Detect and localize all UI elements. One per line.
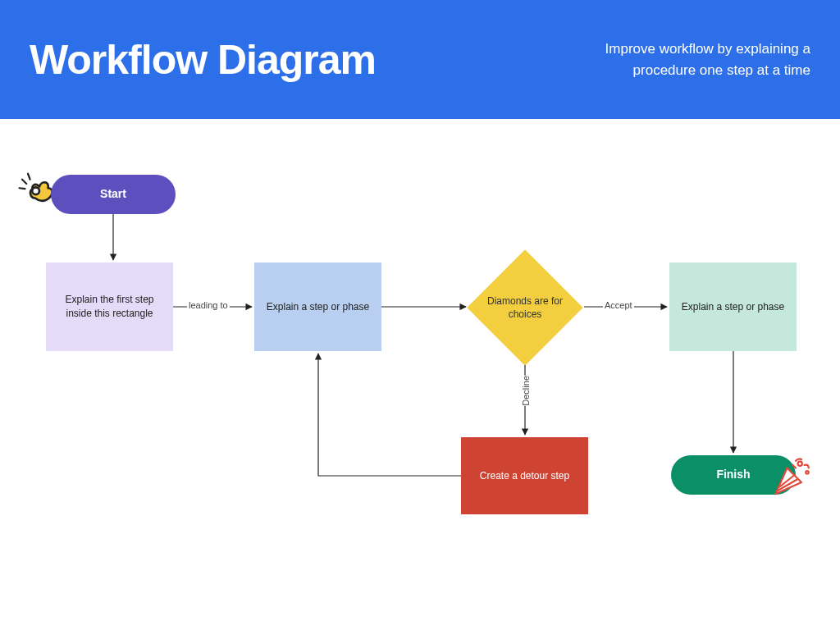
detour-label: Create a detour step bbox=[480, 469, 569, 483]
party-popper-icon bbox=[767, 454, 813, 500]
svg-line-6 bbox=[793, 465, 797, 468]
page-subtitle: Improve workflow by explaining a procedu… bbox=[540, 39, 810, 80]
header: Workflow Diagram Improve workflow by exp… bbox=[0, 0, 840, 119]
svg-line-1 bbox=[22, 180, 26, 184]
start-label: Start bbox=[100, 186, 126, 203]
detour-node: Create a detour step bbox=[461, 437, 588, 514]
step-1-label: Explain the first step inside this recta… bbox=[52, 293, 167, 321]
step-1-node: Explain the first step inside this recta… bbox=[46, 262, 173, 351]
decision-label: Diamonds are for choices bbox=[476, 294, 574, 321]
svg-point-0 bbox=[32, 187, 39, 194]
step-3-label: Explain a step or phase bbox=[682, 300, 784, 314]
finish-label: Finish bbox=[716, 467, 750, 483]
page-title: Workflow Diagram bbox=[30, 36, 376, 84]
step-2-node: Explain a step or phase bbox=[254, 262, 381, 351]
diagram-canvas: Start Explain the first step inside this… bbox=[0, 119, 840, 630]
edge-label-leading-to: leading to bbox=[187, 300, 230, 310]
svg-line-2 bbox=[28, 174, 30, 180]
svg-point-4 bbox=[798, 462, 802, 466]
svg-point-5 bbox=[806, 471, 809, 474]
step-3-node: Explain a step or phase bbox=[669, 262, 797, 351]
edge-label-accept: Accept bbox=[603, 300, 634, 310]
svg-line-3 bbox=[20, 188, 25, 189]
decision-node: Diamonds are for choices bbox=[468, 250, 582, 365]
edge-label-decline: Decline bbox=[519, 376, 532, 406]
start-node: Start bbox=[51, 175, 176, 214]
step-2-label: Explain a step or phase bbox=[267, 300, 369, 314]
